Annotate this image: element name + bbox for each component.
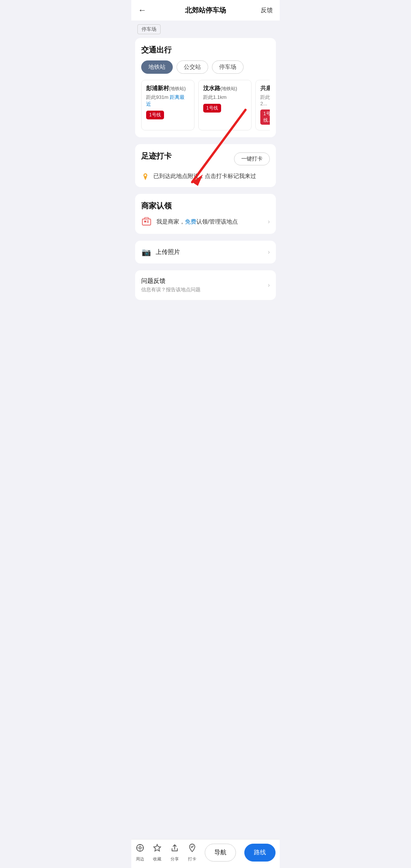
svg-marker-16 (154, 844, 161, 851)
footprint-info: 已到达此地点附近，点击打卡标记我来过 (141, 172, 270, 180)
nav-item-collect[interactable]: 收藏 (153, 843, 162, 862)
transport-tabs: 地铁站 公交站 停车场 (141, 60, 270, 74)
station-dist-2: 距此1.1km (203, 94, 247, 101)
nav-label-share: 分享 (170, 856, 179, 862)
footprint-header: 足迹打卡 一键打卡 (141, 151, 270, 167)
transport-title: 交通出行 (141, 45, 270, 55)
back-button[interactable]: ← (138, 5, 152, 15)
svg-rect-7 (145, 217, 148, 219)
page-title: 北郊站停车场 (185, 6, 226, 15)
nav-item-nearby[interactable]: 周边 (135, 843, 145, 862)
upload-content: 上传照片 (156, 248, 263, 256)
nav-label-checkin: 打卡 (188, 856, 196, 862)
nav-label-nearby: 周边 (136, 856, 144, 862)
station-dist-3: 距此2... (260, 94, 270, 106)
nav-item-checkin[interactable]: 打卡 (188, 843, 197, 862)
feedback-chevron: › (268, 282, 270, 289)
merchant-desc: 我是商家，免费认领/管理该地点 (156, 218, 263, 225)
merchant-row[interactable]: 我是商家，免费认领/管理该地点 › (141, 216, 270, 227)
feedback-content: 问题反馈 信息有误？报告该地点问题 (141, 277, 263, 293)
station-name-1: 彭浦新村(地铁站) (146, 85, 190, 92)
nearby-icon (135, 843, 145, 855)
feedback-title: 问题反馈 (141, 277, 263, 285)
one-click-button[interactable]: 一键打卡 (234, 152, 270, 165)
svg-marker-1 (144, 177, 147, 180)
station-name-2: 汶水路(地铁站) (203, 85, 247, 92)
transport-card: 交通出行 地铁站 公交站 停车场 彭浦新村(地铁站) 距此931m 距离最近 1… (135, 38, 276, 137)
footprint-desc: 已到达此地点附近，点击打卡标记我来过 (153, 173, 256, 180)
line-badge-2: 1号线 (203, 104, 221, 113)
station-name-3: 共康 (260, 85, 270, 92)
tab-bus[interactable]: 公交站 (177, 60, 208, 74)
checkin-icon (188, 843, 197, 855)
merchant-icon (141, 216, 152, 227)
camera-icon: 📷 (141, 248, 151, 257)
svg-point-2 (145, 175, 147, 176)
feedback-card: 问题反馈 信息有误？报告该地点问题 › (135, 270, 276, 300)
station-item-3[interactable]: 共康 距此2... 1号线... (255, 80, 270, 130)
footprint-card: 足迹打卡 一键打卡 已到达此地点附近，点击打卡标记我来过 (135, 144, 276, 187)
header: ← 北郊站停车场 反馈 (131, 0, 280, 21)
merchant-title: 商家认领 (141, 201, 270, 211)
station-item[interactable]: 彭浦新村(地铁站) 距此931m 距离最近 1号线 (141, 80, 194, 130)
collect-icon (153, 843, 162, 855)
merchant-chevron: › (268, 218, 270, 225)
station-list: 彭浦新村(地铁站) 距此931m 距离最近 1号线 汶水路(地铁站) 距此1.1… (141, 80, 270, 130)
tab-subway[interactable]: 地铁站 (141, 60, 173, 74)
svg-rect-3 (142, 219, 151, 225)
feedback-link[interactable]: 反馈 (261, 6, 273, 14)
svg-rect-5 (147, 221, 149, 221)
line-badge-1: 1号线 (146, 111, 164, 119)
tag-bar: 停车场 (131, 21, 280, 38)
place-tag: 停车场 (137, 24, 161, 34)
line-badge-3: 1号线... (260, 109, 270, 125)
location-icon (141, 172, 150, 180)
merchant-card: 商家认领 我是商家，免费认领/管理该地点 › (135, 194, 276, 234)
svg-point-11 (139, 847, 141, 849)
share-icon (170, 843, 179, 855)
feedback-row[interactable]: 问题反馈 信息有误？报告该地点问题 › (135, 270, 276, 300)
route-button[interactable]: 路线 (244, 844, 276, 862)
footprint-title: 足迹打卡 (141, 151, 172, 161)
svg-rect-6 (147, 222, 149, 223)
upload-row[interactable]: 📷 上传照片 › (135, 241, 276, 263)
nav-item-share[interactable]: 分享 (170, 843, 179, 862)
bottom-nav: 周边 收藏 分享 (131, 839, 280, 868)
station-item-2[interactable]: 汶水路(地铁站) 距此1.1km 1号线 (198, 80, 252, 130)
svg-rect-4 (144, 221, 146, 222)
navigate-button[interactable]: 导航 (205, 844, 236, 862)
tab-parking[interactable]: 停车场 (212, 60, 244, 74)
upload-label: 上传照片 (156, 248, 263, 256)
nav-label-collect: 收藏 (153, 856, 161, 862)
feedback-subtitle: 信息有误？报告该地点问题 (141, 286, 263, 293)
upload-chevron: › (268, 249, 270, 255)
upload-card: 📷 上传照片 › (135, 241, 276, 263)
station-dist-1: 距此931m 距离最近 (146, 94, 190, 108)
